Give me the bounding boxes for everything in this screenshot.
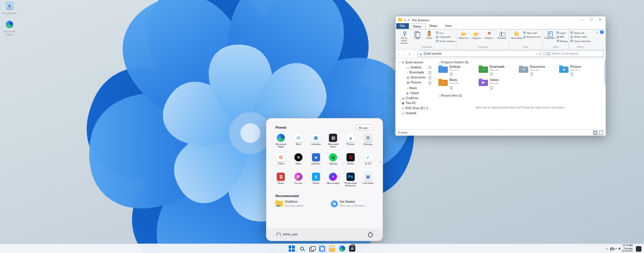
taskbar-start[interactable] <box>289 245 295 252</box>
rename-button[interactable]: Rename <box>496 30 508 45</box>
move-to-button[interactable]: Move to <box>458 30 470 45</box>
details-view-icon[interactable] <box>593 131 597 135</box>
desktop-icon-microsoft-edge[interactable]: Microsoft Edge <box>0 21 19 36</box>
chevron-icon[interactable] <box>398 107 401 110</box>
sidebar-item-pictures[interactable]: ▦ Pictures <box>396 80 433 85</box>
app-messenger[interactable]: ⚡ Messenger <box>325 173 342 191</box>
maximize-button[interactable]: □ <box>587 16 596 23</box>
app-xbox[interactable]: × Xbox <box>290 153 308 171</box>
pin-to-quick-access-button[interactable]: Pin to Quick access <box>398 30 410 45</box>
new-folder-button[interactable]: New folder <box>511 30 523 45</box>
sidebar-item-this-pc[interactable]: ▣ This PC <box>396 101 433 106</box>
all-apps-button[interactable]: All apps › <box>356 124 374 131</box>
desktop-icon-recycle-bin[interactable]: Recycle Bin <box>0 3 19 14</box>
recent-files-header[interactable]: Recent files (0) <box>438 94 602 97</box>
frequent-folder-music[interactable]: ♪ Music This PC <box>438 78 479 89</box>
open-button[interactable]: Open <box>557 31 568 35</box>
select-all-button[interactable]: Select all <box>570 31 591 35</box>
forward-button[interactable]: → <box>402 52 406 56</box>
sidebar-item-videos[interactable]: ▶ Videos <box>396 90 433 95</box>
select-none-button[interactable]: Select none <box>570 35 591 38</box>
frequent-folder-pictures[interactable]: ▲ Pictures This PC <box>559 65 599 75</box>
tab-file[interactable]: File <box>396 23 409 29</box>
new-item-button[interactable]: New item <box>523 31 540 35</box>
sidebar-item-music[interactable]: ♪ Music <box>396 85 433 90</box>
app-photoshop-elements[interactable]: Ps Photoshop Elements <box>342 173 360 191</box>
recommended-item-onedrive[interactable]: OneDrive Recently added <box>275 200 303 207</box>
tab-view[interactable]: View <box>441 23 455 29</box>
minimize-button[interactable]: – <box>578 16 587 23</box>
page-indicator-dot[interactable]: • <box>379 160 380 164</box>
app-picsart[interactable]: P Picsart <box>290 173 308 191</box>
properties-button[interactable]: Properties <box>544 30 556 45</box>
delete-button[interactable]: Delete <box>483 30 495 45</box>
taskbar-search[interactable] <box>299 245 305 252</box>
sidebar-item-documents[interactable]: ▤ Documents <box>396 75 433 80</box>
quick-access-toolbar[interactable] <box>404 19 410 21</box>
chevron-icon[interactable] <box>398 61 401 64</box>
frequent-folder-videos[interactable]: ▶ Videos This PC <box>479 78 519 89</box>
hidden-icons-chevron-icon[interactable]: ∧ <box>606 247 608 250</box>
thumbnails-view-icon[interactable] <box>599 131 603 135</box>
easy-access-button[interactable]: Easy access <box>523 35 540 38</box>
app-office[interactable]: O Office <box>272 153 290 171</box>
paste-button[interactable]: Paste <box>423 30 435 45</box>
copy-button[interactable]: Copy <box>411 30 423 45</box>
tab-share[interactable]: Share <box>426 23 441 29</box>
copy-to-button[interactable]: Copy to <box>470 30 482 45</box>
chevron-icon[interactable] <box>398 112 401 115</box>
sidebar-item-network[interactable]: ◫ Network <box>396 111 433 116</box>
refresh-icon[interactable]: ↻ <box>538 52 541 56</box>
sidebar-item-onedrive[interactable]: ☁ OneDrive <box>396 95 433 100</box>
app-calculator[interactable]: ▦ Calculator <box>359 173 377 191</box>
app-calendar[interactable]: ▦ Calendar <box>307 134 325 152</box>
taskbar-file-explorer[interactable] <box>329 245 335 252</box>
app-twitter[interactable]: t Twitter <box>307 173 325 191</box>
recent-locations-button[interactable]: ∨ <box>408 52 411 56</box>
paste-shortcut-button[interactable]: Paste shortcut <box>436 40 455 43</box>
user-profile-button[interactable]: anher_user <box>276 232 297 237</box>
chevron-icon[interactable] <box>398 102 401 105</box>
volume-icon[interactable] <box>617 247 620 250</box>
search-input[interactable]: Search Quick access <box>545 50 604 57</box>
chevron-icon[interactable] <box>398 97 401 99</box>
scrollbar[interactable] <box>604 60 606 85</box>
history-button[interactable]: History <box>557 40 568 43</box>
app-to-do[interactable]: ✓ To Do <box>359 153 377 171</box>
back-button[interactable]: ← <box>397 52 401 56</box>
tab-home[interactable]: Home <box>409 23 426 29</box>
taskbar-edge[interactable] <box>339 245 345 252</box>
app-solitaire[interactable]: ♠ Solitaire <box>307 153 325 171</box>
sidebar-item-quick-access[interactable]: ★ Quick access <box>396 60 433 65</box>
sidebar-item-desktop[interactable]: ▭ Desktop <box>396 65 433 70</box>
notification-center-icon[interactable] <box>636 246 641 252</box>
help-icon[interactable]: ? <box>600 30 604 34</box>
collapse-ribbon-icon[interactable]: ∧ <box>596 31 598 34</box>
app-microsoft-store[interactable]: ⊞ Microsoft Store <box>325 134 342 152</box>
taskbar-widgets[interactable] <box>319 245 325 252</box>
app-photos[interactable]: ▲ Photos <box>342 134 360 152</box>
taskbar-clock[interactable]: 10:51 AM Tuesday 6/15/2021 <box>622 244 633 252</box>
app-news[interactable]: ≣ News <box>272 173 290 191</box>
explorer-titlebar[interactable]: File Explorer – □ × <box>396 16 606 23</box>
recommended-item-get-started[interactable]: Get Started Welcome to Windows <box>331 200 365 207</box>
frequent-folder-downloads[interactable]: ↓ Downloads This PC <box>479 65 519 75</box>
edit-button[interactable]: Edit <box>557 35 568 38</box>
sidebar-item-downloads[interactable]: ↓ Downloads <box>396 70 433 75</box>
taskbar-task-view[interactable] <box>309 245 315 252</box>
app-netflix[interactable]: N Netflix <box>342 153 360 171</box>
copy-path-button[interactable]: Copy path <box>436 35 455 38</box>
taskbar-microsoft-store[interactable] <box>349 245 355 252</box>
cut-button[interactable]: Cut <box>436 31 455 35</box>
invert-selection-button[interactable]: Invert selection <box>570 40 591 43</box>
frequent-folder-desktop[interactable]: Desktop This PC <box>438 65 479 75</box>
app-settings[interactable]: ⚙ Settings <box>359 134 377 152</box>
app-microsoft-edge[interactable]: Microsoft Edge <box>272 134 290 152</box>
close-button[interactable]: × <box>596 16 604 23</box>
power-button[interactable] <box>368 232 373 237</box>
address-input[interactable]: ★ Quick access ∨ ↻ <box>418 50 543 57</box>
app-spotify[interactable]: ≋ Spotify <box>325 153 342 171</box>
frequent-folder-documents[interactable]: ≡ Documents This PC <box>519 65 559 75</box>
frequent-folders-header[interactable]: Frequent folders (6) <box>438 60 602 64</box>
up-button[interactable]: ↑ <box>413 52 416 56</box>
